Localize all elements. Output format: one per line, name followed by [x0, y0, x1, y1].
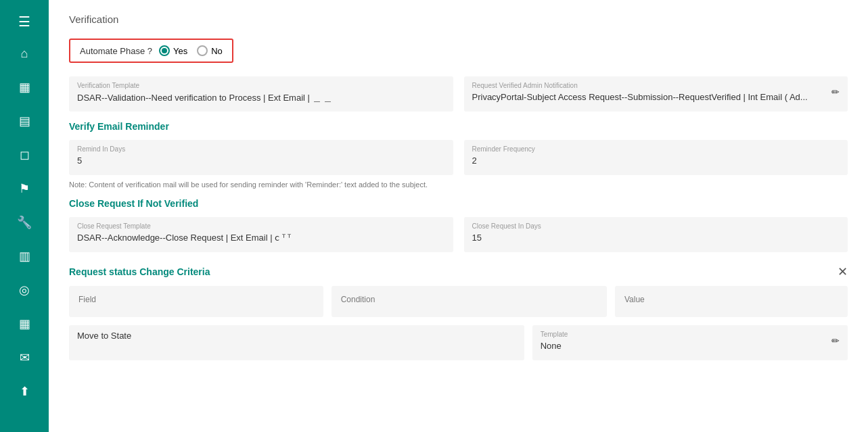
yes-label: Yes	[173, 46, 187, 56]
close-request-days-field: Close Request In Days 15	[464, 217, 848, 252]
remind-in-days-label: Remind In Days	[77, 145, 445, 153]
reminder-frequency-label: Reminder Frequency	[472, 145, 840, 153]
chart-icon: ▦	[19, 80, 30, 95]
mail-icon: ✉	[20, 350, 30, 365]
close-request-days-label: Close Request In Days	[472, 222, 840, 230]
automate-phase-radio-group: Yes No	[159, 45, 223, 56]
no-label: No	[211, 46, 223, 56]
move-to-state-field: Move to State	[69, 325, 524, 360]
flag-icon: ⚑	[19, 181, 30, 196]
close-request-title: Close Request If Not Verified	[69, 198, 848, 209]
reminder-frequency-value: 2	[472, 155, 840, 166]
menu-toggle[interactable]: ☰	[0, 7, 49, 37]
sidebar-item-mail[interactable]: ✉	[0, 341, 49, 375]
sidebar-item-drawer[interactable]: ▥	[0, 239, 49, 273]
automate-phase-no-option[interactable]: No	[197, 45, 223, 56]
no-radio-circle[interactable]	[197, 45, 208, 56]
yes-radio-circle[interactable]	[159, 45, 170, 56]
verification-template-field: Verification Template DSAR--Validation--…	[69, 76, 453, 112]
close-request-days-value: 15	[472, 233, 840, 243]
remind-days-row: Remind In Days 5 Reminder Frequency 2	[69, 140, 848, 175]
home-icon: ⌂	[21, 47, 28, 61]
sidebar-item-list[interactable]: ▤	[0, 104, 49, 138]
automate-phase-label: Automate Phase ?	[80, 46, 152, 56]
tools-icon: 🔧	[17, 215, 32, 230]
verify-email-note: Note: Content of verification mail will …	[69, 181, 848, 189]
sidebar-item-report[interactable]: ▦	[0, 307, 49, 341]
sidebar-item-home[interactable]: ⌂	[0, 37, 49, 70]
move-to-state-value: Move to State	[77, 331, 516, 341]
close-request-row: Close Request Template DSAR--Acknowledge…	[69, 217, 848, 252]
list-icon: ▤	[19, 114, 30, 128]
page-title: Verification	[69, 14, 848, 25]
criteria-header: Request status Change Criteria ✕	[69, 266, 848, 278]
close-request-template-value: DSAR--Acknowledge--Close Request | Ext E…	[77, 233, 445, 243]
automate-phase-box: Automate Phase ? Yes No	[69, 39, 233, 63]
template-edit-icon[interactable]: ✏	[831, 335, 840, 346]
sidebar-item-chart[interactable]: ▦	[0, 70, 49, 104]
globe-icon: ◎	[19, 283, 30, 297]
sidebar: ☰ ⌂ ▦ ▤ ◻ ⚑ 🔧 ▥ ◎ ▦ ✉ ⬆	[0, 0, 49, 432]
request-verified-notification-field: Request Verified Admin Notification Priv…	[464, 76, 848, 112]
close-request-template-field: Close Request Template DSAR--Acknowledge…	[69, 217, 453, 252]
request-verified-notification-edit-icon[interactable]: ✏	[831, 87, 840, 97]
verification-template-value: DSAR--Validation--Need verification to P…	[77, 92, 445, 104]
criteria-condition-column: Condition	[332, 286, 607, 317]
remind-in-days-field: Remind In Days 5	[69, 140, 453, 175]
verification-template-label: Verification Template	[77, 82, 445, 89]
criteria-condition-label: Condition	[341, 295, 375, 304]
close-request-template-label: Close Request Template	[77, 222, 445, 230]
verify-email-reminder-title: Verify Email Reminder	[69, 121, 848, 132]
main-content: Verification Automate Phase ? Yes No Ver…	[49, 0, 868, 432]
criteria-section: Request status Change Criteria ✕ Field C…	[69, 266, 848, 360]
sidebar-item-document[interactable]: ◻	[0, 138, 49, 172]
template-value: None	[541, 341, 568, 351]
upload-icon: ⬆	[20, 384, 30, 399]
criteria-field-column: Field	[69, 286, 323, 317]
report-icon: ▦	[19, 316, 30, 331]
template-label: Template	[541, 331, 568, 338]
remind-in-days-value: 5	[77, 155, 445, 166]
move-to-state-row: Move to State Template None ✏	[69, 325, 848, 360]
request-verified-notification-label: Request Verified Admin Notification	[472, 82, 808, 89]
criteria-value-label: Value	[624, 295, 645, 304]
criteria-section-title: Request status Change Criteria	[69, 266, 210, 277]
template-field: Template None ✏	[532, 325, 848, 360]
drawer-icon: ▥	[19, 249, 30, 264]
sidebar-item-flag[interactable]: ⚑	[0, 172, 49, 206]
criteria-field-label: Field	[78, 295, 96, 304]
automate-phase-yes-option[interactable]: Yes	[159, 45, 187, 56]
criteria-fields-row: Field Condition Value	[69, 286, 848, 317]
sidebar-item-tools[interactable]: 🔧	[0, 206, 49, 239]
sidebar-item-globe[interactable]: ◎	[0, 273, 49, 307]
reminder-frequency-field: Reminder Frequency 2	[464, 140, 848, 175]
menu-icon: ☰	[18, 14, 30, 30]
request-verified-notification-value: PrivacyPortal-Subject Access Request--Su…	[472, 92, 808, 102]
sidebar-item-upload[interactable]: ⬆	[0, 375, 49, 408]
verification-template-row: Verification Template DSAR--Validation--…	[69, 76, 848, 112]
criteria-close-button[interactable]: ✕	[838, 266, 848, 278]
document-icon: ◻	[20, 147, 30, 162]
criteria-value-column: Value	[615, 286, 848, 317]
